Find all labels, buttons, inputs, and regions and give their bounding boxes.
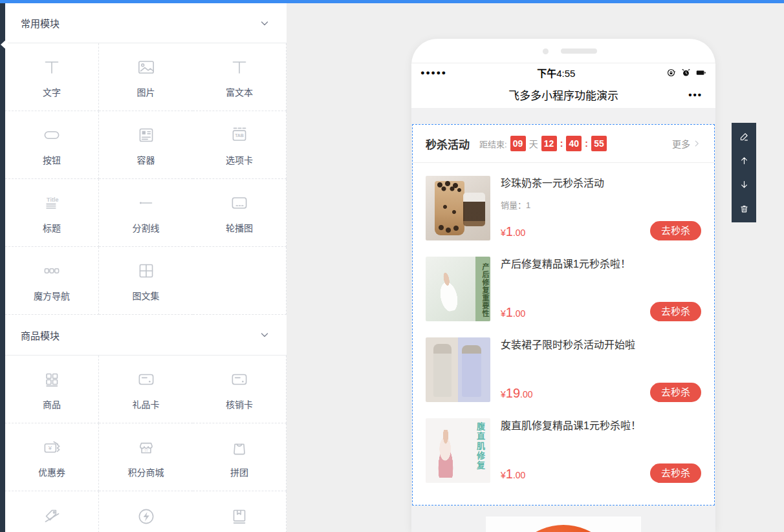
- price-integer: 1: [506, 224, 513, 239]
- signal-dots: ●●●●●: [420, 69, 447, 76]
- chevron-right-icon: [692, 139, 701, 148]
- component-icon: [135, 260, 157, 282]
- component-cell[interactable]: 富文本: [193, 43, 287, 111]
- component-cell[interactable]: [99, 491, 193, 532]
- component-label: 图文集: [133, 289, 160, 302]
- component-cell[interactable]: 商品: [5, 356, 99, 423]
- product-price: ¥1.00: [501, 467, 525, 483]
- component-label: 优惠券: [38, 465, 65, 478]
- price-integer: 19: [506, 386, 520, 400]
- more-link[interactable]: 更多: [672, 137, 701, 150]
- component-label: 核销卡: [226, 398, 253, 410]
- currency-symbol: ¥: [501, 228, 506, 238]
- countdown-days-unit: 天: [529, 137, 538, 150]
- component-label: 选项卡: [226, 153, 253, 166]
- toolbar-button[interactable]: [739, 203, 750, 214]
- product-info: 产后修复精品课1元秒杀啦！ ¥1.00 去秒杀: [490, 257, 701, 321]
- mini-program-page: 秒杀活动 距结束: 09 天 12 : 40 : 55 更多: [411, 108, 715, 532]
- component-cell[interactable]: 图片: [99, 43, 193, 111]
- component-icon: [135, 436, 157, 458]
- toolbar-button[interactable]: [739, 179, 750, 190]
- product-bottom-row: ¥1.00 去秒杀: [501, 221, 701, 240]
- status-icon: [695, 67, 706, 78]
- component-cell[interactable]: 文字: [5, 43, 99, 111]
- sidebar-section-header[interactable]: 常用模块: [5, 3, 287, 43]
- product-title: 腹直肌修复精品课1元秒杀啦！: [501, 420, 701, 433]
- product-bottom-row: ¥19.00 去秒杀: [501, 383, 701, 402]
- component-label: 礼品卡: [133, 398, 160, 410]
- chevron-down-icon: [259, 330, 270, 340]
- product-title: 珍珠奶茶一元秒杀活动: [501, 177, 701, 191]
- product-image: [426, 337, 490, 402]
- product-price: ¥19.00: [501, 387, 533, 402]
- status-bar: ●●●●● 下午4:55: [411, 63, 715, 81]
- go-seckill-button[interactable]: 去秒杀: [650, 463, 701, 483]
- product-row[interactable]: 腹直肌修复 腹直肌修复精品课1元秒杀啦！ ¥1.00 去秒杀: [426, 418, 701, 483]
- speaker-bar: [561, 48, 597, 54]
- toolbar-button[interactable]: [739, 155, 750, 166]
- flash-sale-module-selected[interactable]: 秒杀活动 距结束: 09 天 12 : 40 : 55 更多: [412, 124, 715, 505]
- countdown-colon: :: [585, 138, 588, 149]
- toolbar-button[interactable]: [739, 131, 750, 142]
- currency-symbol: ¥: [501, 308, 506, 319]
- component-cell[interactable]: 图文集: [99, 247, 193, 315]
- left-dark-rail: [0, 3, 5, 532]
- editor-stage: 常用模块 文字 图片: [0, 0, 784, 532]
- component-label: 分割线: [133, 221, 160, 234]
- countdown-days: 09: [510, 136, 526, 151]
- component-cell[interactable]: 魔方导航: [5, 247, 99, 315]
- product-row[interactable]: 女装裙子限时秒杀活动开始啦 ¥19.00 去秒杀: [426, 337, 701, 402]
- time-prefix: 下午: [537, 68, 556, 79]
- product-row[interactable]: 产后修复重要性 产后修复精品课1元秒杀啦！ ¥1.00 去秒杀: [426, 257, 701, 321]
- component-icon: [228, 261, 250, 283]
- component-cell[interactable]: 按钮: [5, 111, 99, 179]
- component-cell[interactable]: 容器: [99, 111, 193, 179]
- go-seckill-button[interactable]: 去秒杀: [650, 221, 701, 240]
- next-module-image: [486, 516, 641, 532]
- countdown-hours: 12: [541, 136, 557, 151]
- product-image: 腹直肌修复: [426, 418, 490, 483]
- component-cell[interactable]: [193, 491, 287, 532]
- price-decimal: .00: [513, 308, 525, 319]
- mini-program-menu-dots[interactable]: •••: [688, 89, 702, 100]
- component-icon: [228, 56, 250, 78]
- component-icon: [228, 505, 250, 527]
- product-image-caption: 产后修复重要性: [475, 257, 490, 321]
- product-row[interactable]: 珍珠奶茶一元秒杀活动 销量：1 ¥1.00 去秒杀: [426, 176, 701, 240]
- component-grid: 商品 礼品卡 核销卡: [5, 356, 287, 532]
- time-value: 4:55: [556, 68, 575, 79]
- component-cell[interactable]: 积分商城: [99, 423, 193, 491]
- component-cell[interactable]: 分割线: [99, 179, 193, 247]
- go-seckill-button[interactable]: 去秒杀: [650, 383, 701, 402]
- component-cell[interactable]: 礼品卡: [99, 356, 193, 423]
- component-icon: [228, 436, 250, 458]
- component-icon: [135, 368, 157, 390]
- go-seckill-button[interactable]: 去秒杀: [650, 302, 701, 321]
- component-icon: [41, 192, 63, 214]
- chevron-down-icon: [259, 18, 270, 28]
- component-cell[interactable]: [5, 491, 99, 532]
- sidebar-section-header[interactable]: 商品模块: [5, 315, 287, 356]
- component-label: 文字: [43, 85, 61, 98]
- component-icon: [135, 192, 157, 214]
- status-icons: [666, 67, 706, 78]
- product-sales: 销量：1: [501, 198, 701, 211]
- price-decimal: .00: [513, 228, 525, 238]
- phone-speaker-area: [411, 39, 715, 63]
- collapse-sidebar-arrow-icon[interactable]: [0, 37, 8, 52]
- component-cell[interactable]: 优惠券: [5, 423, 99, 491]
- sidebar-section: 常用模块 文字 图片: [5, 3, 287, 315]
- component-cell[interactable]: 轮播图: [193, 179, 287, 247]
- component-cell[interactable]: 核销卡: [193, 356, 287, 423]
- component-cell[interactable]: 标题: [5, 179, 99, 247]
- component-cell[interactable]: [193, 247, 287, 315]
- next-module-peek[interactable]: [411, 516, 715, 532]
- sidebar-section: 商品模块 商品 礼品卡: [5, 315, 287, 532]
- component-cell[interactable]: 拼团: [193, 423, 287, 491]
- flash-sale-header: 秒杀活动 距结束: 09 天 12 : 40 : 55 更多: [413, 125, 714, 163]
- top-accent-bar: [0, 0, 784, 3]
- component-label: 图片: [137, 85, 155, 98]
- product-info: 腹直肌修复精品课1元秒杀啦！ ¥1.00 去秒杀: [490, 418, 701, 483]
- component-cell[interactable]: 选项卡: [193, 111, 287, 179]
- component-label: 魔方导航: [34, 289, 70, 302]
